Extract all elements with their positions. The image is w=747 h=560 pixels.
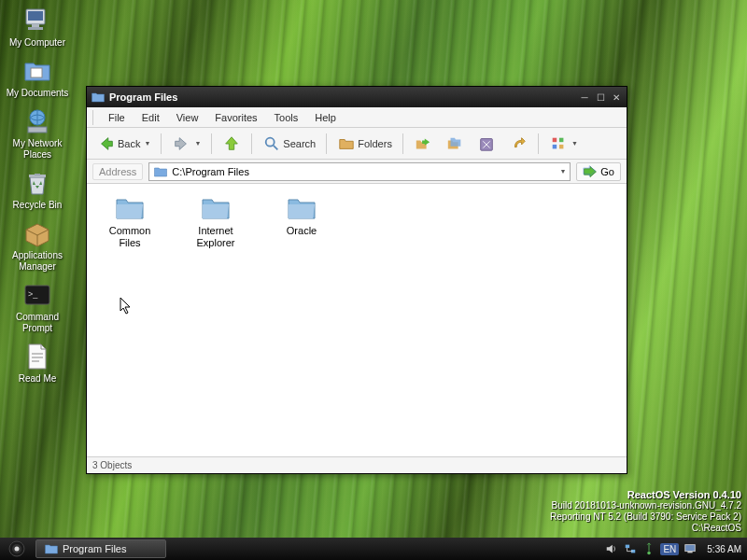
taskbar-clock[interactable]: 5:36 AM: [707, 544, 741, 554]
os-version: ReactOS Version 0.4.10: [550, 489, 741, 500]
desktop-icon-label: Command Prompt: [6, 312, 69, 334]
desktop-icon-label: My Computer: [9, 37, 65, 49]
folder-common-files[interactable]: Common Files: [98, 195, 162, 249]
terminal-icon: >_: [22, 280, 52, 310]
box-icon: [22, 218, 52, 248]
chevron-down-icon[interactable]: ▼: [559, 168, 566, 175]
status-text: 3 Objects: [92, 460, 132, 470]
search-label: Search: [283, 138, 316, 149]
task-label: Program Files: [63, 543, 126, 554]
folder-oracle[interactable]: Oracle: [270, 195, 333, 237]
back-label: Back: [118, 138, 140, 149]
language-indicator[interactable]: EN: [660, 543, 679, 555]
titlebar[interactable]: Program Files ─ ☐ ✕: [87, 87, 627, 107]
arrow-up-icon: [222, 134, 241, 153]
menu-file[interactable]: File: [101, 110, 133, 125]
minimize-button[interactable]: ─: [578, 91, 591, 104]
back-button[interactable]: Back ▼: [92, 132, 155, 156]
taskbar-item-program-files[interactable]: Program Files: [35, 539, 166, 558]
folder-internet-explorer[interactable]: Internet Explorer: [184, 195, 247, 249]
move-to-button[interactable]: [409, 132, 437, 156]
network-icon: [22, 106, 52, 136]
menu-help[interactable]: Help: [307, 110, 344, 125]
start-button[interactable]: [2, 539, 32, 559]
usb-icon[interactable]: [641, 541, 656, 556]
network-tray-icon[interactable]: [623, 541, 638, 556]
folder-icon: [287, 195, 317, 221]
svg-rect-19: [559, 137, 564, 142]
address-input[interactable]: [172, 166, 554, 177]
delete-button[interactable]: [472, 132, 500, 156]
svg-rect-2: [32, 24, 39, 27]
copy-to-button[interactable]: [441, 132, 469, 156]
folder-icon: [201, 195, 231, 221]
undo-button[interactable]: [504, 132, 532, 156]
svg-rect-6: [28, 127, 47, 133]
go-label: Go: [600, 166, 614, 177]
chevron-down-icon: ▼: [571, 140, 578, 147]
desktop-icon-recycle-bin[interactable]: Recycle Bin: [6, 168, 69, 211]
menubar: File Edit View Favorites Tools Help: [87, 107, 627, 128]
desktop-icon-my-computer[interactable]: My Computer: [6, 6, 69, 49]
toolbar: Back ▼ ▼ Search Folders: [87, 128, 627, 160]
desktop-icon-my-documents[interactable]: My Documents: [6, 56, 69, 99]
desktop-icon-network-places[interactable]: My Network Places: [6, 106, 69, 161]
folder-content[interactable]: Common Files Internet Explorer Oracle: [87, 184, 627, 456]
folder-label: Oracle: [287, 225, 317, 237]
arrow-left-icon: [97, 134, 116, 153]
svg-point-13: [266, 137, 275, 146]
chevron-down-icon: ▼: [144, 140, 150, 147]
views-button[interactable]: ▼: [544, 132, 583, 156]
views-icon: [549, 134, 568, 153]
folder-icon: [153, 164, 168, 179]
menu-edit[interactable]: Edit: [134, 110, 167, 125]
menu-tools[interactable]: Tools: [267, 110, 306, 125]
os-path: C:\ReactOS: [550, 523, 741, 534]
svg-rect-25: [626, 545, 629, 549]
desktop-tray-icon[interactable]: [683, 541, 698, 556]
move-to-icon: [414, 134, 432, 153]
svg-rect-31: [685, 545, 696, 552]
os-build: Build 20181013-unknown-revision.GNU_4.7.…: [550, 500, 741, 511]
menu-favorites[interactable]: Favorites: [207, 110, 264, 125]
close-button[interactable]: ✕: [610, 91, 623, 104]
svg-point-29: [648, 552, 652, 555]
search-icon: [262, 134, 281, 153]
menu-view[interactable]: View: [169, 110, 206, 125]
forward-button[interactable]: ▼: [167, 132, 205, 156]
folders-button[interactable]: Folders: [332, 132, 397, 156]
svg-rect-20: [553, 144, 557, 148]
address-label: Address: [92, 163, 143, 180]
address-field[interactable]: ▼: [148, 162, 571, 181]
copy-to-icon: [445, 134, 464, 153]
sound-icon[interactable]: [604, 541, 619, 556]
maximize-button[interactable]: ☐: [594, 91, 607, 104]
svg-rect-1: [28, 11, 43, 21]
svg-rect-18: [553, 137, 557, 142]
desktop-icon-command-prompt[interactable]: >_ Command Prompt: [6, 280, 69, 334]
up-button[interactable]: [218, 132, 246, 156]
addressbar: Address ▼ Go: [87, 160, 627, 184]
desktop-icon-label: Applications Manager: [6, 250, 69, 273]
arrow-right-icon: [172, 134, 190, 153]
taskbar: Program Files EN 5:36 AM: [0, 538, 747, 560]
desktop-icon-read-me[interactable]: Read Me: [6, 342, 69, 385]
desktop-icon-label: Recycle Bin: [13, 200, 63, 211]
desktop-icon-label: My Documents: [7, 88, 69, 99]
os-info-overlay: ReactOS Version 0.4.10 Build 20181013-un…: [550, 489, 741, 534]
go-button[interactable]: Go: [576, 162, 621, 181]
search-button[interactable]: Search: [258, 132, 320, 156]
undo-icon: [509, 134, 528, 153]
svg-rect-21: [559, 144, 564, 148]
desktop-icon-applications-manager[interactable]: Applications Manager: [6, 218, 69, 273]
folder-label: Common Files: [98, 225, 162, 249]
svg-line-14: [274, 145, 278, 149]
desktop-icons-column: My Computer My Documents My Network Plac…: [6, 6, 69, 385]
svg-text:>_: >_: [28, 289, 38, 299]
computer-icon: [22, 6, 52, 35]
folder-icon: [44, 541, 59, 556]
os-reporting: Reporting NT 5.2 (Build 3790: Service Pa…: [550, 511, 741, 523]
go-icon: [583, 165, 598, 178]
chevron-down-icon: ▼: [194, 140, 201, 147]
folder-label: Internet Explorer: [184, 225, 247, 249]
